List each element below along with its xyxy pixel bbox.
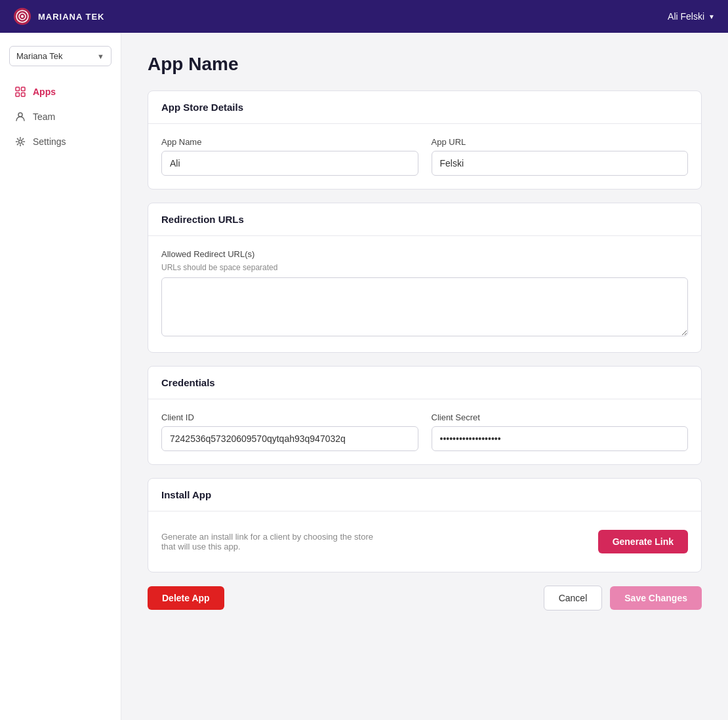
credentials-form-row: Client ID Client Secret	[161, 412, 688, 451]
sidebar-item-settings[interactable]: Settings	[4, 129, 117, 154]
main-content: App Name App Store Details App Name App …	[121, 33, 728, 720]
app-store-details-card: App Store Details App Name App URL	[148, 90, 702, 190]
brand: MARIANA TEK	[13, 7, 105, 26]
client-id-group: Client ID	[161, 412, 418, 451]
apps-icon	[14, 86, 26, 98]
sidebar-nav: Apps Team Settings	[0, 79, 121, 154]
allowed-redirect-sublabel: URLs should be space separated	[161, 263, 688, 272]
sidebar-team-label: Team	[33, 111, 55, 122]
client-id-label: Client ID	[161, 412, 418, 422]
org-name: Mariana Tek	[16, 51, 63, 61]
svg-point-9	[19, 140, 22, 144]
sidebar: Mariana Tek ▼ Apps	[0, 33, 121, 720]
cancel-button[interactable]: Cancel	[544, 586, 603, 610]
sidebar-item-apps[interactable]: Apps	[4, 79, 117, 104]
app-url-input[interactable]	[432, 151, 689, 176]
sidebar-settings-label: Settings	[33, 136, 66, 147]
org-chevron-icon: ▼	[97, 52, 104, 60]
user-chevron-icon: ▼	[708, 13, 715, 20]
footer-right-actions: Cancel Save Changes	[544, 586, 702, 610]
client-secret-input[interactable]	[432, 426, 689, 451]
page-title: App Name	[148, 54, 702, 75]
client-id-input[interactable]	[161, 426, 418, 451]
delete-app-button[interactable]: Delete App	[148, 586, 224, 610]
credentials-card: Credentials Client ID Client Secret	[148, 366, 702, 465]
sidebar-apps-label: Apps	[33, 87, 56, 97]
app-name-label: App Name	[161, 137, 418, 147]
app-name-group: App Name	[161, 137, 418, 176]
top-navigation: MARIANA TEK Ali Felski ▼	[0, 0, 728, 33]
credentials-body: Client ID Client Secret	[148, 399, 701, 464]
generate-link-button[interactable]: Generate Link	[598, 530, 688, 553]
brand-name: MARIANA TEK	[38, 12, 105, 22]
client-secret-label: Client Secret	[432, 412, 689, 422]
client-secret-group: Client Secret	[432, 412, 689, 451]
user-name: Ali Felski	[668, 11, 704, 22]
app-url-label: App URL	[432, 137, 689, 147]
footer-actions: Delete App Cancel Save Changes	[148, 586, 702, 610]
allowed-redirect-textarea[interactable]	[161, 277, 688, 336]
redirection-urls-header: Redirection URLs	[148, 203, 701, 236]
sidebar-item-team[interactable]: Team	[4, 104, 117, 129]
brand-logo	[13, 7, 31, 26]
allowed-redirect-label: Allowed Redirect URL(s)	[161, 249, 688, 259]
main-layout: Mariana Tek ▼ Apps	[0, 33, 728, 720]
install-app-card: Install App Generate an install link for…	[148, 478, 702, 572]
install-app-header: Install App	[148, 479, 701, 511]
org-selector[interactable]: Mariana Tek ▼	[9, 46, 111, 66]
app-details-form-row: App Name App URL	[161, 137, 688, 176]
svg-point-3	[21, 15, 24, 18]
settings-icon	[14, 136, 26, 148]
svg-point-8	[18, 113, 22, 117]
svg-rect-4	[16, 87, 20, 91]
save-changes-button[interactable]: Save Changes	[610, 586, 702, 610]
install-app-inner: Generate an install link for a client by…	[161, 525, 688, 559]
install-app-description: Generate an install link for a client by…	[161, 532, 384, 551]
app-url-group: App URL	[432, 137, 689, 176]
svg-rect-6	[16, 93, 20, 97]
redirection-urls-body: Allowed Redirect URL(s) URLs should be s…	[148, 236, 701, 352]
redirection-urls-card: Redirection URLs Allowed Redirect URL(s)…	[148, 203, 702, 353]
svg-rect-5	[22, 87, 26, 91]
team-icon	[14, 111, 26, 123]
allowed-redirect-group: Allowed Redirect URL(s) URLs should be s…	[161, 249, 688, 339]
app-store-details-header: App Store Details	[148, 91, 701, 124]
svg-rect-7	[22, 93, 26, 97]
install-app-body: Generate an install link for a client by…	[148, 511, 701, 572]
app-store-details-body: App Name App URL	[148, 124, 701, 189]
user-menu[interactable]: Ali Felski ▼	[668, 11, 715, 22]
credentials-header: Credentials	[148, 367, 701, 399]
app-name-input[interactable]	[161, 151, 418, 176]
